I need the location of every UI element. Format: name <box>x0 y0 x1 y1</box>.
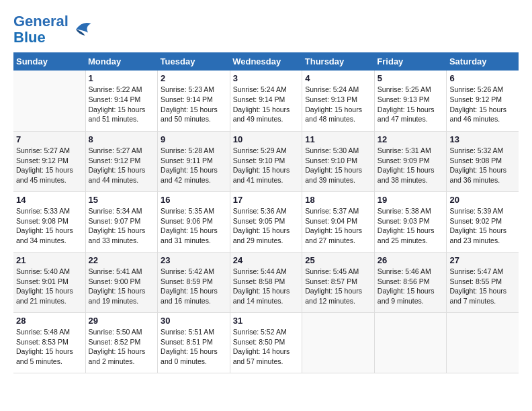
calendar-cell: 21Sunrise: 5:40 AMSunset: 9:01 PMDayligh… <box>13 252 85 312</box>
logo: GeneralBlue <box>13 13 94 46</box>
calendar-cell: 1Sunrise: 5:22 AMSunset: 9:14 PMDaylight… <box>85 71 158 131</box>
calendar-cell: 3Sunrise: 5:24 AMSunset: 9:14 PMDaylight… <box>230 71 302 131</box>
day-number: 19 <box>378 195 444 205</box>
calendar-cell: 14Sunrise: 5:33 AMSunset: 9:08 PMDayligh… <box>13 191 85 252</box>
day-info: Sunrise: 5:27 AMSunset: 9:12 PMDaylight:… <box>16 146 83 185</box>
calendar-cell: 24Sunrise: 5:44 AMSunset: 8:58 PMDayligh… <box>230 252 302 312</box>
day-info: Sunrise: 5:33 AMSunset: 9:08 PMDaylight:… <box>16 206 83 246</box>
day-number: 20 <box>449 195 516 205</box>
day-info: Sunrise: 5:47 AMSunset: 8:55 PMDaylight:… <box>449 267 516 306</box>
day-info: Sunrise: 5:29 AMSunset: 9:10 PMDaylight:… <box>233 146 300 185</box>
calendar-cell: 13Sunrise: 5:32 AMSunset: 9:08 PMDayligh… <box>447 131 519 191</box>
day-info: Sunrise: 5:38 AMSunset: 9:03 PMDaylight:… <box>378 206 444 246</box>
day-number: 29 <box>89 316 155 326</box>
logo-text: GeneralBlue <box>13 13 69 46</box>
calendar-cell: 2Sunrise: 5:23 AMSunset: 9:14 PMDaylight… <box>158 71 230 131</box>
calendar-cell: 26Sunrise: 5:46 AMSunset: 8:56 PMDayligh… <box>374 252 447 312</box>
day-number: 25 <box>305 255 371 265</box>
day-info: Sunrise: 5:40 AMSunset: 9:01 PMDaylight:… <box>16 267 83 306</box>
calendar-cell: 16Sunrise: 5:35 AMSunset: 9:06 PMDayligh… <box>158 191 230 252</box>
day-info: Sunrise: 5:41 AMSunset: 9:00 PMDaylight:… <box>89 267 155 306</box>
calendar-cell: 9Sunrise: 5:28 AMSunset: 9:11 PMDaylight… <box>158 131 230 191</box>
calendar-cell: 20Sunrise: 5:39 AMSunset: 9:02 PMDayligh… <box>447 191 519 252</box>
day-number: 6 <box>449 73 516 83</box>
day-number: 17 <box>233 195 300 205</box>
day-number: 21 <box>16 255 83 265</box>
calendar-cell <box>374 312 447 373</box>
day-number: 9 <box>161 134 227 144</box>
calendar-cell: 27Sunrise: 5:47 AMSunset: 8:55 PMDayligh… <box>447 252 519 312</box>
calendar-cell: 4Sunrise: 5:24 AMSunset: 9:13 PMDaylight… <box>302 71 375 131</box>
column-header-wednesday: Wednesday <box>230 52 302 71</box>
calendar-cell <box>302 312 375 373</box>
column-header-saturday: Saturday <box>447 52 519 71</box>
day-number: 4 <box>305 73 371 83</box>
calendar-cell: 5Sunrise: 5:25 AMSunset: 9:13 PMDaylight… <box>374 71 447 131</box>
calendar-body: 1Sunrise: 5:22 AMSunset: 9:14 PMDaylight… <box>13 71 519 373</box>
day-info: Sunrise: 5:24 AMSunset: 9:14 PMDaylight:… <box>233 85 300 124</box>
day-info: Sunrise: 5:51 AMSunset: 8:51 PMDaylight:… <box>161 327 227 367</box>
week-row-5: 28Sunrise: 5:48 AMSunset: 8:53 PMDayligh… <box>13 312 519 373</box>
calendar-header: SundayMondayTuesdayWednesdayThursdayFrid… <box>13 52 519 71</box>
day-number: 10 <box>233 134 300 144</box>
calendar-cell: 15Sunrise: 5:34 AMSunset: 9:07 PMDayligh… <box>85 191 158 252</box>
calendar-cell: 8Sunrise: 5:27 AMSunset: 9:12 PMDaylight… <box>85 131 158 191</box>
calendar-cell: 11Sunrise: 5:30 AMSunset: 9:10 PMDayligh… <box>302 131 375 191</box>
day-info: Sunrise: 5:36 AMSunset: 9:05 PMDaylight:… <box>233 206 300 246</box>
day-number: 2 <box>161 73 227 83</box>
day-number: 15 <box>89 195 155 205</box>
day-number: 26 <box>378 255 444 265</box>
calendar-cell: 7Sunrise: 5:27 AMSunset: 9:12 PMDaylight… <box>13 131 85 191</box>
day-info: Sunrise: 5:52 AMSunset: 8:50 PMDaylight:… <box>233 327 300 367</box>
day-number: 7 <box>16 134 83 144</box>
day-info: Sunrise: 5:39 AMSunset: 9:02 PMDaylight:… <box>449 206 516 246</box>
day-number: 30 <box>161 316 227 326</box>
day-info: Sunrise: 5:44 AMSunset: 8:58 PMDaylight:… <box>233 267 300 306</box>
week-row-2: 7Sunrise: 5:27 AMSunset: 9:12 PMDaylight… <box>13 131 519 191</box>
day-number: 23 <box>161 255 227 265</box>
day-info: Sunrise: 5:42 AMSunset: 8:59 PMDaylight:… <box>161 267 227 306</box>
day-info: Sunrise: 5:45 AMSunset: 8:57 PMDaylight:… <box>305 267 371 306</box>
day-number: 3 <box>233 73 300 83</box>
column-header-sunday: Sunday <box>13 52 85 71</box>
day-info: Sunrise: 5:34 AMSunset: 9:07 PMDaylight:… <box>89 206 155 246</box>
day-number: 8 <box>89 134 155 144</box>
day-number: 31 <box>233 316 300 326</box>
day-number: 1 <box>89 73 155 83</box>
day-number: 18 <box>305 195 371 205</box>
calendar-cell: 12Sunrise: 5:31 AMSunset: 9:09 PMDayligh… <box>374 131 447 191</box>
logo-bird-icon <box>70 17 94 42</box>
calendar-cell: 10Sunrise: 5:29 AMSunset: 9:10 PMDayligh… <box>230 131 302 191</box>
day-number: 24 <box>233 255 300 265</box>
calendar-cell: 17Sunrise: 5:36 AMSunset: 9:05 PMDayligh… <box>230 191 302 252</box>
day-info: Sunrise: 5:26 AMSunset: 9:12 PMDaylight:… <box>449 85 516 124</box>
day-info: Sunrise: 5:23 AMSunset: 9:14 PMDaylight:… <box>161 85 227 124</box>
week-row-3: 14Sunrise: 5:33 AMSunset: 9:08 PMDayligh… <box>13 191 519 252</box>
day-number: 16 <box>161 195 227 205</box>
day-info: Sunrise: 5:31 AMSunset: 9:09 PMDaylight:… <box>378 146 444 185</box>
day-info: Sunrise: 5:32 AMSunset: 9:08 PMDaylight:… <box>449 146 516 185</box>
day-info: Sunrise: 5:35 AMSunset: 9:06 PMDaylight:… <box>161 206 227 246</box>
calendar-cell <box>13 71 85 131</box>
day-info: Sunrise: 5:27 AMSunset: 9:12 PMDaylight:… <box>89 146 155 185</box>
calendar-cell: 19Sunrise: 5:38 AMSunset: 9:03 PMDayligh… <box>374 191 447 252</box>
calendar-cell: 31Sunrise: 5:52 AMSunset: 8:50 PMDayligh… <box>230 312 302 373</box>
header-row: SundayMondayTuesdayWednesdayThursdayFrid… <box>13 52 519 71</box>
calendar-cell <box>447 312 519 373</box>
day-info: Sunrise: 5:46 AMSunset: 8:56 PMDaylight:… <box>378 267 444 306</box>
day-info: Sunrise: 5:50 AMSunset: 8:52 PMDaylight:… <box>89 327 155 367</box>
day-info: Sunrise: 5:25 AMSunset: 9:13 PMDaylight:… <box>378 85 444 124</box>
calendar-cell: 28Sunrise: 5:48 AMSunset: 8:53 PMDayligh… <box>13 312 85 373</box>
day-number: 27 <box>449 255 516 265</box>
day-number: 28 <box>16 316 83 326</box>
week-row-4: 21Sunrise: 5:40 AMSunset: 9:01 PMDayligh… <box>13 252 519 312</box>
day-number: 22 <box>89 255 155 265</box>
day-number: 11 <box>305 134 371 144</box>
page-header: GeneralBlue <box>13 13 519 46</box>
day-number: 14 <box>16 195 83 205</box>
day-info: Sunrise: 5:24 AMSunset: 9:13 PMDaylight:… <box>305 85 371 124</box>
column-header-thursday: Thursday <box>302 52 375 71</box>
day-number: 12 <box>378 134 444 144</box>
week-row-1: 1Sunrise: 5:22 AMSunset: 9:14 PMDaylight… <box>13 71 519 131</box>
day-info: Sunrise: 5:37 AMSunset: 9:04 PMDaylight:… <box>305 206 371 246</box>
